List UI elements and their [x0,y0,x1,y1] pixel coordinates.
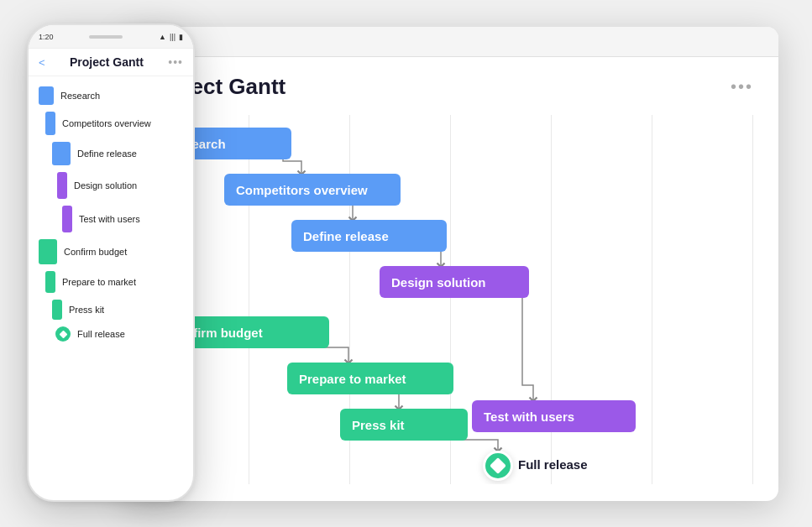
phone-wrapper: 1:20 ▲ ||| ▮ < Project Gantt ••• Re [27,23,195,502]
list-item[interactable]: Define release [29,138,193,169]
browser-titlebar [123,27,778,57]
outer-wrapper: Project Gantt ••• [0,0,812,527]
more-menu-icon[interactable]: ••• [731,77,753,97]
list-item[interactable]: Test with users [29,202,193,236]
gantt-area: Research Competitors overview Define rel… [149,115,753,484]
list-item[interactable]: Confirm budget [29,236,193,268]
milestone-full-release[interactable] [483,451,513,481]
list-item[interactable]: Design solution [29,169,193,202]
phone-back-button[interactable]: < [39,56,45,69]
list-item[interactable]: Competitors overview [29,108,193,138]
list-item[interactable]: Research [29,83,193,108]
phone-bar-prepare [45,271,55,293]
list-item[interactable]: Prepare to market [29,268,193,296]
phone-frame: 1:20 ▲ ||| ▮ < Project Gantt ••• Re [27,23,195,502]
phone-title: Project Gantt [70,55,144,69]
gantt-bars: Research Competitors overview Define rel… [149,115,753,484]
phone-bar-press [52,300,62,320]
phone-notch [89,35,123,39]
phone-more-icon[interactable]: ••• [168,55,183,69]
phone-status-icons: ▲ ||| ▮ [159,33,183,41]
phone-bar-test [62,206,72,232]
gantt-bar-design[interactable]: Design solution [380,266,529,298]
battery-icon: ▮ [179,33,183,41]
milestone-diamond-icon [490,457,506,474]
browser-content: Project Gantt ••• [123,57,778,501]
milestone-label: Full release [518,457,588,472]
phone-bar-research [39,86,54,105]
wifi-icon: ▲ [159,33,166,41]
gantt-bar-test[interactable]: Test with users [472,400,636,432]
list-item[interactable]: Press kit [29,296,193,323]
gantt-bar-define[interactable]: Define release [291,220,447,252]
gantt-bar-press[interactable]: Press kit [340,409,468,441]
phone-bar-confirm [39,239,57,264]
list-item[interactable]: Full release [29,323,193,345]
phone-bar-design [57,172,67,199]
phone-milestone-diamond [59,330,67,338]
phone-header: < Project Gantt ••• [29,49,193,76]
phone-list: Research Competitors overview Define rel… [29,76,193,352]
phone-bar-competitors [45,112,55,135]
phone-milestone-icon [55,326,71,342]
app-header: Project Gantt ••• [149,74,753,100]
signal-icon: ||| [170,33,175,41]
phone-time: 1:20 [39,33,54,41]
gantt-bar-competitors[interactable]: Competitors overview [224,174,401,206]
phone-bar-define [52,142,71,165]
phone-status-bar: 1:20 ▲ ||| ▮ [29,25,193,49]
browser-window: Project Gantt ••• [123,27,778,501]
gantt-bar-prepare[interactable]: Prepare to market [287,363,453,394]
